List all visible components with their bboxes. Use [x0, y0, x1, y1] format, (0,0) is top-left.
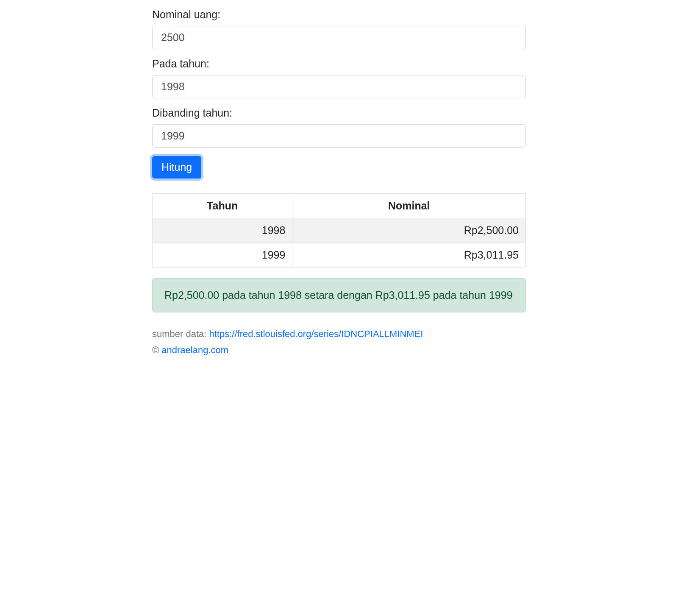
cell-nominal: Rp3,011.95 [292, 243, 526, 268]
year-from-label: Pada tahun: [152, 58, 526, 70]
copyright-prefix: © [152, 345, 161, 355]
copyright-line: © andraelang.com [152, 345, 526, 356]
source-prefix: sumber data: [152, 329, 209, 339]
year-to-input[interactable] [152, 124, 526, 148]
result-table: Tahun Nominal 1998 Rp2,500.00 1999 Rp3,0… [152, 193, 526, 268]
table-header-nominal: Nominal [292, 194, 526, 218]
table-header-tahun: Tahun [153, 194, 292, 218]
table-row: 1999 Rp3,011.95 [153, 243, 526, 268]
source-line: sumber data: https://fred.stlouisfed.org… [152, 329, 526, 340]
cell-tahun: 1998 [153, 218, 292, 243]
year-to-label: Dibanding tahun: [152, 107, 526, 119]
cell-nominal: Rp2,500.00 [292, 218, 526, 243]
cell-tahun: 1999 [153, 243, 292, 268]
table-row: 1998 Rp2,500.00 [153, 218, 526, 243]
year-from-input[interactable] [152, 75, 526, 98]
nominal-label: Nominal uang: [152, 8, 526, 21]
nominal-input[interactable] [152, 26, 526, 49]
result-alert: Rp2,500.00 pada tahun 1998 setara dengan… [152, 278, 526, 312]
hitung-button[interactable]: Hitung [152, 156, 201, 178]
source-link[interactable]: https://fred.stlouisfed.org/series/IDNCP… [209, 329, 423, 339]
copyright-link[interactable]: andraelang.com [161, 345, 228, 355]
